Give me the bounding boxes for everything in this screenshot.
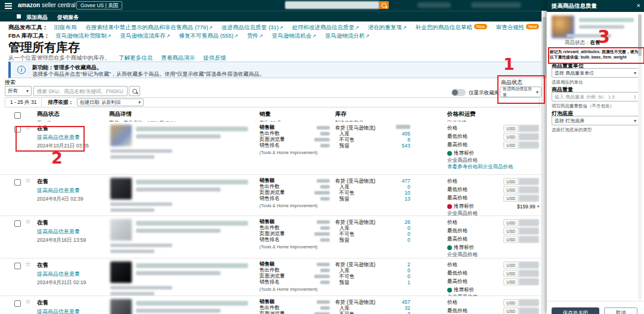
save-and-close-button[interactable]: 保存并关闭: [552, 307, 599, 314]
search-submit-button[interactable]: [129, 86, 140, 96]
tool-link[interactable]: 亚马逊物流分析↗: [325, 32, 369, 39]
tool-link[interactable]: 旧版布局: [54, 24, 77, 30]
improve-listing-quality-link[interactable]: 提高商品信息质量: [37, 134, 107, 141]
currency-label: USD: [503, 186, 519, 193]
new-badge: New: [474, 24, 487, 29]
price-input-blur[interactable]: [519, 125, 539, 132]
tool-link[interactable]: 补全您的商品信息草稿New: [416, 24, 487, 30]
tool-link[interactable]: 亚马逊物流补货限制↗: [55, 32, 111, 39]
row-checkbox[interactable]: [14, 263, 21, 269]
subnav-services[interactable]: 促销服务: [57, 14, 79, 21]
bulb-base-select[interactable]: 选择 灯泡底座▾: [552, 116, 639, 125]
account-marketplace-button[interactable]: Govee US | 美国: [76, 1, 122, 10]
tool-link[interactable]: 亚马逊物流清库存↗: [120, 32, 171, 39]
tool-link[interactable]: 审查合规性New: [496, 24, 540, 30]
weight-unit-select[interactable]: 选择 商品重量单位▾: [552, 68, 639, 78]
chevron-down-icon: ▾: [138, 100, 141, 105]
tool-link[interactable]: 潜在的重复项↗: [368, 24, 407, 30]
subnav-add-products[interactable]: 添加商品: [26, 14, 48, 21]
global-search-button[interactable]: [379, 1, 389, 9]
tool-link[interactable]: 处理和改进商品信息质量↗: [292, 24, 359, 30]
price-input-blur[interactable]: [519, 133, 539, 140]
item-weight-input[interactable]: 输入 商品重量 示例: 50、1.5↕: [552, 92, 639, 101]
reference-price-link[interactable]: 查看参考价格和企业商品价格: [447, 164, 541, 170]
tool-link[interactable]: 亚马逊物流机会↗: [272, 32, 316, 39]
tool-link[interactable]: 修复不可售商品 (555)↗: [179, 32, 238, 39]
favorite-star-icon[interactable]: ☆: [25, 124, 31, 131]
sales-cell: 销售额 售出件数 页面浏览量 销售排名 (Tools & Home Improv…: [259, 125, 330, 155]
price-input-blur[interactable]: [519, 261, 539, 269]
inventory-inbound[interactable]: 0: [407, 225, 410, 231]
improve-listing-quality-link[interactable]: 提高商品信息质量: [37, 228, 107, 236]
inventory-inbound[interactable]: 0: [407, 267, 410, 273]
price-input-blur[interactable]: [519, 307, 539, 314]
inventory-reserved[interactable]: 1: [407, 279, 410, 285]
tool-link[interactable]: 货件↗: [247, 32, 263, 39]
inventory-available[interactable]: [396, 125, 410, 129]
price-input-blur[interactable]: [519, 227, 539, 235]
improve-listing-quality-link[interactable]: 提高商品信息质量: [37, 270, 107, 278]
row-checkbox[interactable]: [14, 126, 21, 133]
inventory-inbound[interactable]: 32: [405, 305, 410, 311]
subtitle-link[interactable]: 了解更多信息: [119, 54, 153, 61]
favorite-star-icon[interactable]: ☆: [25, 260, 31, 268]
improve-listing-quality-link[interactable]: 提高商品信息质量: [37, 187, 107, 195]
row-checkbox[interactable]: [14, 300, 21, 307]
listing-created-date: 2024年6月21日 02:19: [37, 279, 107, 287]
brand-logo[interactable]: amazon seller central: [18, 2, 76, 8]
close-icon[interactable]: ×: [637, 2, 640, 9]
inventory-available[interactable]: 26: [405, 219, 410, 225]
product-status-text: 在售: [37, 178, 107, 186]
inventory-available[interactable]: 2: [407, 261, 410, 267]
favorite-star-icon[interactable]: ☆: [25, 218, 31, 226]
fba-tools-row: FBA 库存工具：亚马逊物流补货限制↗亚马逊物流清库存↗修复不可售商品 (555…: [8, 32, 541, 40]
panel-scrollbar-thumb[interactable]: [638, 14, 642, 56]
subtitle-link[interactable]: 查看商品演示: [161, 54, 195, 61]
inventory-reserved[interactable]: 13: [405, 196, 410, 202]
favorite-star-icon[interactable]: ☆: [25, 177, 31, 184]
menu-icon[interactable]: [5, 3, 12, 4]
price-input-blur[interactable]: [519, 219, 539, 226]
tool-link[interactable]: 改进商品信息质量 (31)↗: [222, 24, 283, 30]
price-input-blur[interactable]: [519, 299, 539, 306]
select-all-checkbox[interactable]: [14, 112, 21, 119]
improve-listing-quality-link[interactable]: 提高商品信息质量: [37, 308, 107, 314]
inventory-available[interactable]: 477: [402, 178, 410, 184]
inventory-unsellable[interactable]: 0: [407, 273, 410, 279]
price-input-blur[interactable]: [519, 236, 539, 243]
row-checkbox[interactable]: [14, 220, 21, 227]
inventory-inbound[interactable]: 405: [402, 131, 410, 137]
status-cell: 在售 提高商品信息质量 2024年8月26日 03:07: [37, 299, 107, 314]
inventory-reserved[interactable]: 543: [402, 143, 410, 149]
price-input-blur[interactable]: [519, 195, 539, 202]
sort-select[interactable]: 创建日期: 从新到旧▾: [77, 98, 144, 106]
inventory-unsellable[interactable]: 0: [407, 231, 410, 237]
price-input-blur[interactable]: [519, 278, 539, 285]
inventory-reserved[interactable]: 0: [407, 237, 410, 243]
price-input-blur[interactable]: [519, 186, 539, 193]
favorite-star-icon[interactable]: ☆: [25, 298, 31, 306]
panel-product-sku-blur: [579, 25, 624, 29]
global-search-input[interactable]: [285, 1, 379, 9]
inventory-inbound[interactable]: 0: [407, 184, 410, 190]
search-scope-select[interactable]: 所有▾: [5, 86, 32, 96]
listing-tools-row: 商品发布工具：旧版布局在搜索结果中禁止显示的商品和非在售商品 (779)↗改进商…: [8, 24, 541, 32]
panel-scrollbar[interactable]: [638, 13, 642, 300]
seller-central-app: amazon seller central Govee US | 美国 添加商品…: [0, 0, 644, 314]
inventory-unsellable[interactable]: 3: [407, 311, 410, 314]
inventory-unsellable[interactable]: 8: [407, 137, 410, 143]
scrollbar-thumb[interactable]: [543, 17, 546, 79]
row-checkbox[interactable]: [14, 179, 21, 186]
price-input-blur[interactable]: [519, 178, 539, 185]
status-filter-select[interactable]: 改进商品信息质量▾: [500, 87, 541, 97]
price-input-blur[interactable]: [519, 141, 539, 149]
favorites-only-toggle[interactable]: [451, 89, 466, 96]
subtitle-link[interactable]: 提供反馈: [203, 54, 226, 61]
inventory-available[interactable]: 457: [402, 299, 410, 305]
search-input[interactable]: [33, 86, 128, 96]
price-input-blur[interactable]: [519, 270, 539, 277]
stepper-icon[interactable]: ↕: [634, 94, 637, 100]
inventory-unsellable[interactable]: 10: [405, 190, 410, 196]
tool-link[interactable]: 在搜索结果中禁止显示的商品和非在售商品 (779)↗: [86, 24, 213, 30]
cancel-button[interactable]: 取消: [604, 307, 637, 314]
